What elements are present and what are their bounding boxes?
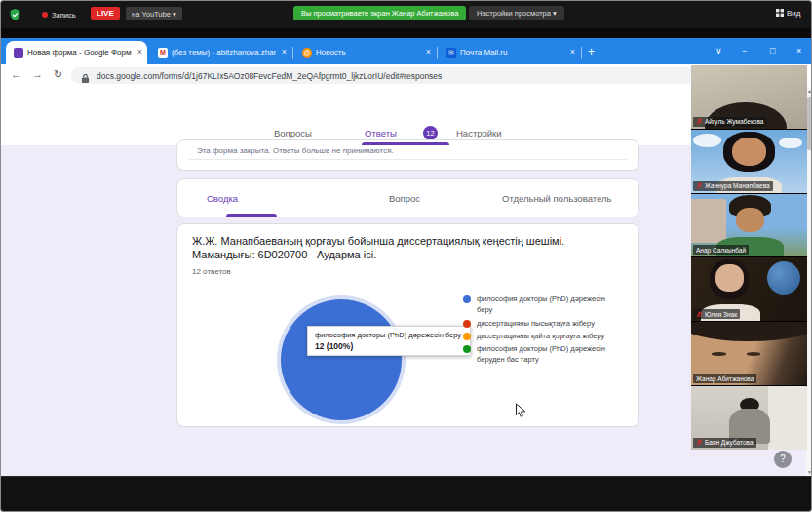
window-close-icon[interactable]: ×: [796, 46, 801, 56]
participant-video[interactable]: Жанар Абитжанова: [691, 322, 807, 385]
subtab-summary[interactable]: Сводка: [207, 193, 238, 204]
form-closed-notice: Эта форма закрыта. Ответы больше не прин…: [197, 146, 394, 155]
window-restore-icon[interactable]: □: [770, 46, 775, 56]
active-subtab-underline: [226, 214, 277, 217]
mic-muted-icon: [696, 311, 703, 318]
recording-label: Запись: [52, 11, 76, 20]
google-forms-favicon: [14, 48, 23, 58]
help-button[interactable]: ?: [774, 451, 792, 468]
tab-separator: [581, 47, 582, 59]
browser-menu-collapse-icon[interactable]: ∨: [715, 46, 722, 56]
globe-prop: [767, 261, 800, 295]
lock-icon: [81, 70, 90, 88]
tab-close-icon[interactable]: ×: [570, 47, 575, 57]
legend-item: философия докторы (PhD) дәрежесін беруде…: [463, 344, 613, 365]
responses-subtabs-card: Сводка Вопрос Отдельный пользователь: [176, 178, 639, 217]
participant-video[interactable]: Жаннура Манапбаева: [691, 130, 807, 193]
mouse-cursor: [515, 403, 527, 422]
legend-dot-blue: [463, 295, 471, 303]
participant-video[interactable]: Баян Джубатова: [691, 386, 807, 450]
news-favicon: @: [302, 48, 312, 58]
legend-dot-orange: [463, 333, 471, 340]
meeting-toolbar: Включить звук ∧ Остановить видео ∧ 15 Уч…: [1, 476, 812, 512]
participant-name-label: Айгуль Жумабекова: [693, 117, 766, 127]
legend-dot-green: [463, 345, 471, 353]
subtab-individual[interactable]: Отдельный пользователь: [502, 193, 611, 204]
tab-close-icon[interactable]: ×: [426, 47, 431, 57]
mic-muted-icon: [696, 118, 703, 125]
gmail-favicon: M: [158, 48, 168, 58]
forward-icon[interactable]: →: [32, 68, 43, 80]
scrollbar-thumb[interactable]: [807, 97, 812, 150]
meeting-topbar: Запись LIVE на YouTube ▾ Вы просматривае…: [1, 1, 812, 28]
participant-video[interactable]: Анар Салкынбай: [691, 194, 807, 257]
tooltip-answer: философия докторы (PhD) дәрежесін беру: [315, 331, 463, 339]
encryption-shield-icon: [9, 8, 21, 25]
subtab-question[interactable]: Вопрос: [389, 193, 420, 204]
tab-questions[interactable]: Вопросы: [274, 128, 312, 138]
mic-muted-icon: [696, 182, 703, 189]
screen: Запись LIVE на YouTube ▾ Вы просматривае…: [0, 0, 812, 512]
view-layout-button[interactable]: Вид: [776, 9, 800, 19]
question-title: Ж.Ж. Манапбаеваның қорғауы бойынша диссе…: [192, 234, 626, 261]
back-icon[interactable]: ←: [11, 68, 21, 80]
participant-video[interactable]: Айгуль Жумабекова: [691, 65, 807, 129]
legend-dot-red: [463, 320, 471, 328]
new-tab-button[interactable]: +: [588, 45, 595, 59]
legend-item: диссертацияны қайта қорғауға жіберу: [463, 332, 613, 342]
participant-name-label: Баян Джубатова: [693, 438, 756, 448]
tab-separator: [437, 47, 438, 59]
browser-tab-news[interactable]: @ Новость ×: [294, 41, 436, 64]
tab-separator: [292, 47, 293, 59]
browser-tab-mailru[interactable]: ✉ Почта Mail.ru ×: [439, 41, 580, 64]
viewing-screen-banner: Вы просматриваете экран Жанар Абитжанова: [293, 6, 466, 20]
legend-item: философия докторы (PhD) дәрежесін беру: [463, 295, 613, 315]
participant-video[interactable]: Юлия Знак: [691, 257, 807, 321]
responses-count-label: 12 ответов: [192, 267, 231, 276]
pie-chart[interactable]: [281, 299, 402, 420]
divider: [189, 159, 627, 160]
browser-tab-forms[interactable]: Новая форма - Google Формы ×: [6, 41, 147, 64]
legend-item: диссертацияны пысықтауға жіберу: [463, 319, 613, 330]
reload-icon[interactable]: ↻: [54, 68, 62, 81]
scroll-down-icon[interactable]: ▼: [806, 469, 812, 475]
active-tab-underline: [362, 142, 449, 145]
participant-name-label: Юлия Знак: [693, 309, 740, 319]
live-badge: LIVE: [91, 7, 120, 20]
participant-name-label: Жаннура Манапбаева: [693, 181, 773, 191]
caret-down-icon: ▾: [173, 10, 176, 19]
tab-responses[interactable]: Ответы: [365, 128, 397, 138]
view-settings-button[interactable]: Настройки просмотра ▾: [469, 6, 564, 20]
participants-video-strip: Айгуль Жумабекова Жаннура Манапбаева Ана…: [691, 65, 807, 450]
participant-name-label: Жанар Абитжанова: [693, 374, 756, 383]
caret-down-icon: ▾: [553, 9, 557, 18]
chart-tooltip: философия докторы (PhD) дәрежесін беру 1…: [307, 326, 471, 356]
tab-close-icon[interactable]: ×: [137, 47, 142, 57]
browser-tab-gmail[interactable]: M (без темы) - abitzhanova.zhana ×: [150, 41, 291, 64]
recording-dot-icon: [42, 12, 48, 18]
browser-tabstrip: Новая форма - Google Формы × M (без темы…: [1, 38, 812, 64]
youtube-stream-dropdown[interactable]: на YouTube ▾: [126, 7, 182, 20]
question-summary-card: Ж.Ж. Манапбаеваның қорғауы бойынша диссе…: [176, 223, 639, 427]
window-top-edge: [1, 28, 812, 38]
tab-close-icon[interactable]: ×: [282, 47, 287, 57]
participant-name-label: Анар Салкынбай: [693, 245, 749, 255]
responses-count-badge: 12: [423, 126, 438, 140]
tooltip-value: 12 (100%): [315, 341, 463, 351]
mic-muted-icon: [696, 439, 703, 446]
tab-settings[interactable]: Настройки: [456, 128, 502, 138]
window-minimize-icon[interactable]: −: [742, 46, 747, 56]
url-text: docs.google.com/forms/d/1j67KLIx5AOz08Fe…: [97, 71, 442, 81]
mailru-favicon: ✉: [446, 48, 456, 58]
grid-icon: [776, 9, 784, 19]
